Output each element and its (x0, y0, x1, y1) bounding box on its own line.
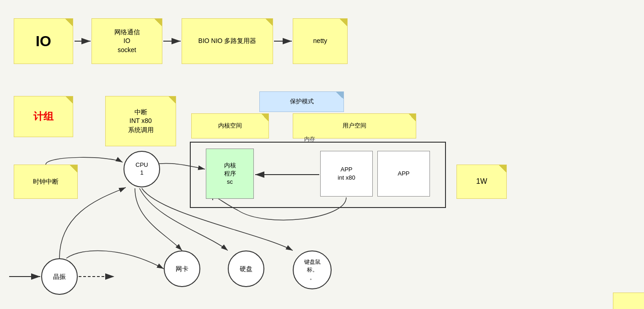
memory-label: 内存 (304, 135, 315, 143)
sticky-kernel-space: 内核空间 (191, 113, 269, 139)
sticky-user-space: 用户空间 (293, 113, 416, 139)
sticky-netty: netty (293, 18, 348, 64)
circle-network-card: 网卡 (164, 250, 200, 287)
sticky-protect-mode: 保护模式 (259, 91, 344, 112)
app-box: APP (377, 151, 430, 197)
app-int-box: APP int x80 (320, 151, 373, 197)
sticky-jihe: 计组 (14, 96, 73, 137)
sticky-io: IO (14, 18, 73, 64)
canvas: IO 网络通信 IO socket BIO NIO 多路复用器 netty 计组… (0, 0, 644, 309)
sticky-clock-interrupt: 时钟中断 (14, 165, 78, 199)
circle-crystal: 晶振 (41, 258, 78, 295)
sticky-network: 网络通信 IO socket (91, 18, 162, 64)
sticky-1w: 1W (456, 165, 507, 199)
sticky-bio-nio: BIO NIO 多路复用器 (182, 18, 273, 64)
arrow-cpu-netcard (135, 188, 182, 250)
sticky-interrupt: 中断 INT x80 系统调用 (105, 96, 176, 146)
arrow-crystal-netcard (66, 250, 164, 269)
sticky-partial-bottom-right (613, 293, 644, 309)
circle-keyboard-mouse: 键盘鼠 标。 。 (293, 250, 332, 289)
kernel-prog-box: 内核 程序 sc (206, 149, 254, 199)
arrow-clock-cpu (46, 157, 123, 165)
circle-hard-disk: 硬盘 (228, 250, 264, 287)
circle-cpu: CPU1 (123, 151, 160, 187)
